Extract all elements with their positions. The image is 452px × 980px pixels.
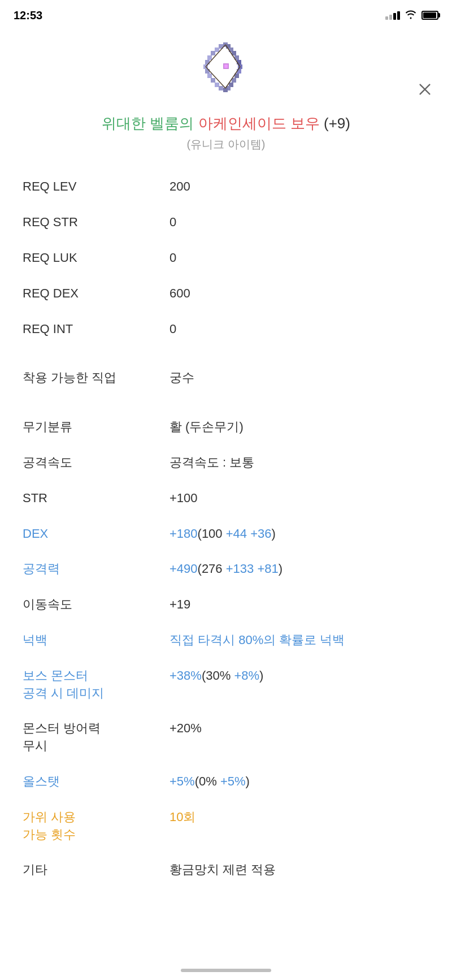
all-stat-main: +5%: [169, 774, 195, 788]
stat-value-ignore-def: +20%: [169, 720, 429, 737]
stat-row-move-speed: 이동속도 +19: [23, 587, 429, 623]
stat-label-req-dex: REQ DEX: [23, 285, 169, 303]
stat-value-req-dex: 600: [169, 285, 429, 303]
stat-row-req-int: REQ INT 0: [23, 312, 429, 347]
svg-rect-19: [215, 83, 219, 87]
atk-bonus2: +81: [257, 562, 278, 576]
stat-label-boss-dmg: 보스 몬스터공격 시 데미지: [23, 667, 169, 702]
svg-rect-23: [223, 88, 228, 92]
stat-row-weapon-type: 무기분류 활 (두손무기): [23, 409, 429, 445]
atk-close: ): [279, 562, 282, 576]
stat-value-atk-speed: 공격속도 : 보통: [169, 454, 429, 472]
stat-value-req-str: 0: [169, 214, 429, 231]
battery-icon: [421, 11, 438, 20]
stat-label-weapon-type: 무기분류: [23, 418, 169, 436]
all-stat-open: (0%: [195, 774, 220, 788]
item-title-green: 위대한 벨룸의: [102, 115, 194, 132]
stat-value-scissors: 10회: [169, 809, 429, 826]
stat-value-dex: +180(100 +44 +36): [169, 525, 429, 543]
stat-row-req-luk: REQ LUK 0: [23, 240, 429, 276]
stat-row-job: 착용 가능한 직업 궁수: [23, 360, 429, 396]
stat-value-str: +100: [169, 490, 429, 507]
close-button[interactable]: [415, 79, 435, 100]
stat-label-req-luk: REQ LUK: [23, 249, 169, 267]
boss-dmg-bonus: +8%: [234, 668, 259, 683]
stat-row-scissors: 가위 사용가능 횟수 10회: [23, 800, 429, 853]
all-stat-close: ): [246, 774, 250, 788]
spacer-1: [23, 347, 429, 360]
stat-label-move-speed: 이동속도: [23, 596, 169, 614]
item-subtitle: (유니크 아이템): [34, 137, 418, 152]
atk-base-open: (276: [198, 562, 226, 576]
stat-value-job: 궁수: [169, 369, 429, 387]
dex-bonus2: +36: [250, 526, 271, 541]
stat-label-req-lev: REQ LEV: [23, 178, 169, 196]
stat-label-ignore-def: 몬스터 방어력무시: [23, 720, 169, 755]
svg-rect-29: [224, 64, 228, 68]
boss-dmg-close: ): [259, 668, 263, 683]
stat-value-req-lev: 200: [169, 178, 429, 196]
stat-label-job: 착용 가능한 직업: [23, 369, 169, 387]
stat-value-boss-dmg: +38%(30% +8%): [169, 667, 429, 685]
stat-label-knockback: 넉백: [23, 632, 169, 649]
stat-label-str: STR: [23, 490, 169, 507]
wifi-icon: [405, 9, 417, 22]
all-stat-bonus: +5%: [220, 774, 246, 788]
stat-label-req-int: REQ INT: [23, 321, 169, 338]
stat-value-all-stat: +5%(0% +5%): [169, 773, 429, 791]
svg-rect-15: [207, 74, 212, 78]
stat-value-move-speed: +19: [169, 596, 429, 614]
nav-bar: [0, 961, 452, 980]
stat-row-knockback: 넉백 직접 타격시 80%의 확률로 넉백: [23, 623, 429, 658]
dex-main: +180: [169, 526, 198, 541]
stat-label-all-stat: 올스탯: [23, 773, 169, 791]
status-bar: 12:53: [0, 0, 452, 28]
svg-rect-17: [211, 78, 215, 83]
stat-value-weapon-type: 활 (두손무기): [169, 418, 429, 436]
stat-value-req-int: 0: [169, 321, 429, 338]
stat-row-req-lev: REQ LEV 200: [23, 169, 429, 205]
dex-base-open: (100: [198, 526, 226, 541]
item-image: [195, 40, 257, 96]
stat-value-req-luk: 0: [169, 249, 429, 267]
status-icons: [385, 9, 438, 22]
boss-dmg-main: +38%: [169, 668, 202, 683]
stat-value-other: 황금망치 제련 적용: [169, 861, 429, 879]
svg-rect-3: [215, 48, 219, 52]
item-title-suffix: (+9): [324, 115, 350, 132]
dex-bonus1: +44: [226, 526, 247, 541]
svg-rect-21: [219, 86, 223, 90]
stat-label-atk: 공격력: [23, 560, 169, 578]
boss-dmg-open: (30%: [202, 668, 234, 683]
atk-main: +490: [169, 562, 198, 576]
dex-close: ): [272, 526, 276, 541]
stat-row-str: STR +100: [23, 481, 429, 516]
item-title-area: 위대한 벨룸의 아케인세이드 보우 (+9) (유니크 아이템): [0, 107, 452, 169]
stat-value-knockback: 직접 타격시 80%의 확률로 넉백: [169, 632, 429, 649]
stat-row-ignore-def: 몬스터 방어력무시 +20%: [23, 711, 429, 764]
stat-value-atk: +490(276 +133 +81): [169, 560, 429, 578]
stat-label-atk-speed: 공격속도: [23, 454, 169, 472]
svg-rect-7: [207, 55, 212, 60]
stat-label-req-str: REQ STR: [23, 214, 169, 231]
stat-row-all-stat: 올스탯 +5%(0% +5%): [23, 764, 429, 800]
svg-rect-9: [205, 60, 210, 64]
atk-bonus1: +133: [226, 562, 254, 576]
stat-row-atk-speed: 공격속도 공격속도 : 보통: [23, 445, 429, 481]
stat-label-other: 기타: [23, 861, 169, 879]
stat-row-req-str: REQ STR 0: [23, 205, 429, 240]
signal-icon: [385, 11, 400, 20]
stats-container: REQ LEV 200 REQ STR 0 REQ LUK 0 REQ DEX …: [0, 169, 452, 888]
home-indicator: [181, 969, 271, 972]
stat-row-atk: 공격력 +490(276 +133 +81): [23, 551, 429, 587]
stat-label-dex: DEX: [23, 525, 169, 543]
stat-label-scissors: 가위 사용가능 횟수: [23, 809, 169, 844]
stat-row-req-dex: REQ DEX 600: [23, 276, 429, 312]
stat-row-dex: DEX +180(100 +44 +36): [23, 516, 429, 552]
svg-rect-5: [211, 51, 215, 55]
item-title: 위대한 벨룸의 아케인세이드 보우 (+9): [34, 113, 418, 133]
item-title-red-main: 아케인세이드 보우: [198, 115, 320, 132]
status-time: 12:53: [14, 9, 42, 22]
stat-row-other: 기타 황금망치 제련 적용: [23, 852, 429, 888]
spacer-2: [23, 396, 429, 409]
